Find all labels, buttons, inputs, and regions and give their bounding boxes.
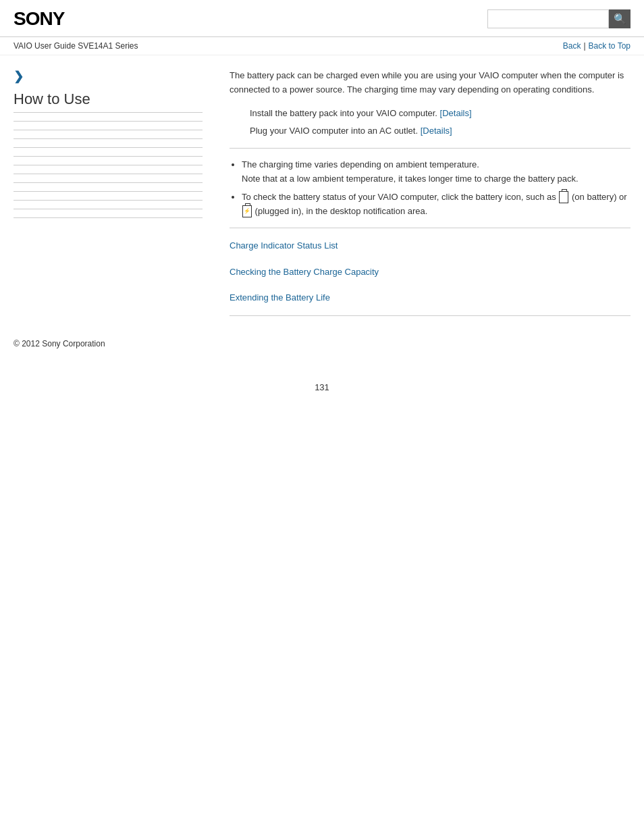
back-to-top-link[interactable]: Back to Top: [589, 41, 630, 51]
nav-links: Back | Back to Top: [563, 41, 630, 51]
nav-title: VAIO User Guide SVE14A1 Series: [14, 41, 138, 51]
search-input[interactable]: [487, 9, 609, 28]
sidebar-title: How to Use: [14, 90, 203, 113]
search-bar: 🔍: [487, 9, 630, 28]
sidebar-divider-4: [14, 147, 203, 148]
sidebar-divider-2: [14, 130, 203, 130]
step-2: Plug your VAIO computer into an AC outle…: [250, 124, 630, 138]
bullet-1-text: The charging time varies depending on am…: [242, 159, 579, 184]
related-link-2[interactable]: Checking the Battery Charge Capacity: [230, 264, 630, 280]
header: SONY 🔍: [0, 0, 644, 37]
sidebar-divider-8: [14, 182, 203, 183]
related-link-3[interactable]: Extending the Battery Life: [230, 290, 630, 305]
battery-icon: [559, 191, 568, 203]
sidebar-divider-10: [14, 200, 203, 201]
sidebar-divider-1: [14, 121, 203, 122]
sidebar-divider-7: [14, 174, 203, 174]
bullet-2-text-before: To check the battery status of your VAIO…: [242, 192, 558, 202]
sidebar-divider-5: [14, 156, 203, 157]
step-1: Install the battery pack into your VAIO …: [250, 107, 630, 121]
sidebar-divider-9: [14, 191, 203, 192]
footer: © 2012 Sony Corporation: [0, 325, 644, 362]
battery-plugged-icon: ⚡: [242, 205, 252, 217]
content-divider-1: [230, 148, 630, 149]
bullet-2-text-end: (plugged in), in the desktop notificatio…: [252, 206, 427, 216]
step-1-details-link[interactable]: [Details]: [440, 108, 472, 118]
bullet-2-text-after: (on battery) or: [569, 192, 626, 202]
copyright-text: © 2012 Sony Corporation: [14, 339, 105, 348]
related-link-1[interactable]: Charge Indicator Status List: [230, 238, 630, 253]
sidebar-divider-6: [14, 165, 203, 165]
search-icon: 🔍: [614, 13, 626, 25]
main-content: ❯ How to Use The battery pack can be cha…: [0, 62, 644, 325]
nav-bar: VAIO User Guide SVE14A1 Series Back | Ba…: [0, 37, 644, 55]
bullet-list: The charging time varies depending on am…: [242, 158, 630, 218]
step-2-text: Plug your VAIO computer into an AC outle…: [250, 126, 418, 136]
back-link[interactable]: Back: [563, 41, 581, 51]
related-links: Charge Indicator Status List Checking th…: [230, 238, 630, 305]
search-button[interactable]: 🔍: [609, 9, 630, 28]
bullet-item-1: The charging time varies depending on am…: [242, 158, 630, 186]
step-1-text: Install the battery pack into your VAIO …: [250, 108, 437, 118]
sidebar: ❯ How to Use: [14, 62, 216, 325]
nav-separator: |: [583, 41, 585, 51]
sidebar-divider-12: [14, 217, 203, 218]
page-number: 131: [0, 382, 644, 406]
content-divider-3: [230, 315, 630, 316]
sidebar-chevron-icon: ❯: [14, 69, 203, 84]
content-intro: The battery pack can be charged even whi…: [230, 69, 630, 97]
content-area: The battery pack can be charged even whi…: [216, 62, 630, 325]
sidebar-divider-11: [14, 209, 203, 209]
sony-logo: SONY: [14, 8, 64, 30]
bullet-item-2: To check the battery status of your VAIO…: [242, 190, 630, 219]
sidebar-divider-3: [14, 138, 203, 139]
step-2-details-link[interactable]: [Details]: [421, 126, 452, 136]
content-divider-2: [230, 228, 630, 228]
